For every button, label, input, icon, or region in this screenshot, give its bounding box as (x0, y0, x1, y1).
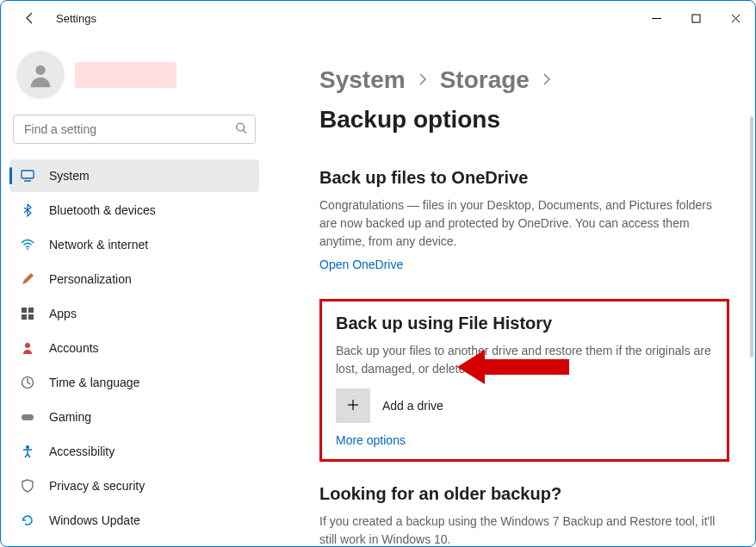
section-body: If you created a backup using the Window… (319, 513, 729, 546)
sidebar-item-accessibility[interactable]: Accessibility (9, 435, 259, 468)
sidebar-item-label: Accessibility (49, 444, 115, 458)
close-button[interactable] (716, 4, 755, 32)
file-history-section: Back up using File History Back up your … (319, 299, 729, 462)
chevron-right-icon (418, 73, 428, 88)
sidebar-item-label: Accounts (49, 341, 99, 355)
add-drive-label: Add a drive (382, 399, 443, 413)
nav-list: System Bluetooth & devices Network & int… (9, 159, 259, 537)
open-onedrive-link[interactable]: Open OneDrive (319, 258, 403, 271)
svg-point-15 (26, 445, 29, 449)
svg-rect-1 (692, 15, 700, 22)
user-name-redacted (75, 62, 177, 88)
content-pane: System Storage Backup options Back up fi… (268, 35, 755, 546)
search-input[interactable] (13, 115, 256, 144)
sidebar-item-system[interactable]: System (9, 159, 259, 192)
bluetooth-icon (20, 202, 35, 218)
svg-rect-10 (22, 314, 27, 320)
sidebar-item-label: Time & language (49, 376, 139, 389)
back-button[interactable] (20, 11, 40, 25)
user-profile[interactable] (9, 42, 259, 115)
chevron-right-icon (542, 73, 552, 88)
shield-icon (20, 478, 35, 494)
clock-globe-icon (20, 375, 35, 390)
sidebar-item-privacy[interactable]: Privacy & security (9, 469, 259, 502)
titlebar: Settings (1, 1, 755, 35)
minimize-button[interactable] (636, 4, 676, 32)
scrollbar[interactable] (750, 116, 753, 357)
sidebar-item-label: Bluetooth & devices (49, 203, 156, 217)
sidebar-item-label: Network & internet (49, 238, 148, 252)
apps-icon (20, 306, 35, 321)
more-options-link[interactable]: More options (336, 433, 406, 447)
accessibility-icon (20, 444, 35, 459)
sidebar-item-accounts[interactable]: Accounts (9, 332, 259, 364)
section-body: Back up your files to another drive and … (336, 342, 713, 378)
svg-rect-9 (28, 308, 34, 313)
section-title: Back up files to OneDrive (319, 168, 729, 188)
svg-point-12 (25, 343, 30, 348)
sidebar: System Bluetooth & devices Network & int… (1, 35, 268, 546)
sidebar-item-windows-update[interactable]: Windows Update (9, 504, 259, 537)
plus-icon (346, 398, 360, 414)
gaming-icon (20, 409, 35, 425)
svg-point-3 (237, 123, 245, 131)
onedrive-section: Back up files to OneDrive Congratulation… (319, 168, 729, 271)
add-drive-button[interactable] (336, 388, 370, 423)
sidebar-item-personalization[interactable]: Personalization (9, 263, 259, 295)
sidebar-item-gaming[interactable]: Gaming (9, 401, 259, 433)
svg-point-2 (35, 65, 45, 75)
sidebar-item-time-language[interactable]: Time & language (9, 366, 259, 399)
sidebar-item-label: Apps (49, 307, 77, 320)
section-body: Congratulations — files in your Desktop,… (319, 196, 729, 251)
svg-rect-14 (22, 414, 34, 420)
sidebar-item-bluetooth[interactable]: Bluetooth & devices (9, 194, 259, 227)
breadcrumb-system[interactable]: System (319, 66, 406, 94)
system-icon (20, 168, 35, 183)
svg-rect-8 (22, 308, 27, 313)
sidebar-item-label: System (49, 169, 90, 183)
update-icon (20, 513, 35, 528)
person-icon (20, 340, 35, 356)
search-icon (235, 122, 247, 137)
avatar (16, 51, 65, 99)
svg-line-4 (244, 130, 247, 134)
breadcrumb-storage[interactable]: Storage (440, 66, 530, 94)
window-title: Settings (56, 12, 96, 25)
maximize-button[interactable] (676, 4, 716, 32)
brush-icon (20, 271, 35, 287)
sidebar-item-label: Windows Update (49, 513, 140, 527)
wifi-icon (20, 237, 35, 252)
breadcrumb-current: Backup options (319, 106, 500, 134)
older-backup-section: Looking for an older backup? If you crea… (319, 484, 729, 546)
sidebar-item-label: Personalization (49, 272, 132, 286)
breadcrumb: System Storage Backup options (319, 66, 729, 134)
sidebar-item-label: Privacy & security (49, 479, 145, 493)
svg-rect-11 (28, 314, 34, 320)
section-title: Looking for an older backup? (319, 484, 729, 504)
sidebar-item-network[interactable]: Network & internet (9, 228, 259, 261)
svg-point-7 (27, 248, 28, 250)
sidebar-item-label: Gaming (49, 410, 91, 424)
sidebar-item-apps[interactable]: Apps (9, 297, 259, 330)
section-title: Back up using File History (336, 314, 713, 333)
svg-rect-5 (22, 171, 34, 178)
